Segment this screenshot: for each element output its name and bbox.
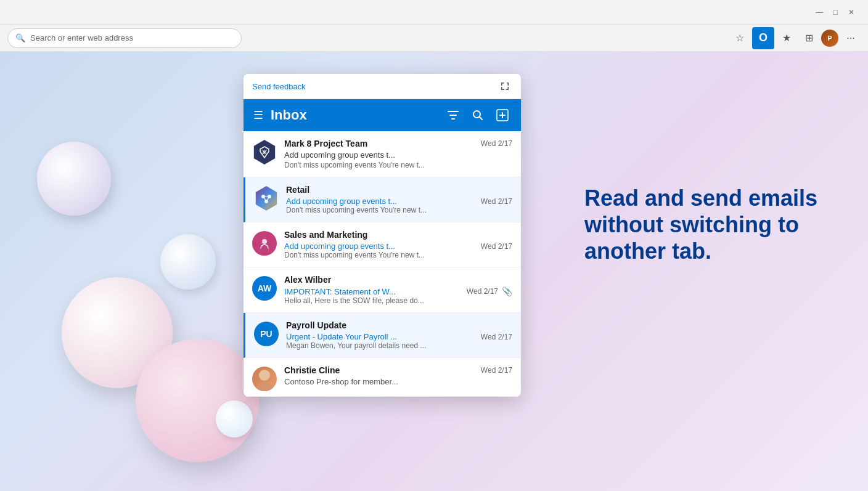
mail-preview: Don't miss upcoming events You're new t.… — [284, 161, 512, 169]
avatar: PU — [254, 322, 279, 346]
collections-icon[interactable]: ★ — [777, 28, 796, 48]
avatar: AW — [252, 276, 277, 301]
sender-name: Alex Wilber — [284, 275, 331, 285]
mail-subject: Add upcoming group events t... — [286, 197, 477, 206]
mail-subject: Add upcoming group events t... — [284, 241, 477, 251]
outlook-sidebar-panel: Send feedback ☰ Inbox — [244, 74, 521, 397]
compose-icon[interactable] — [494, 107, 511, 124]
mail-content: Sales and Marketing Add upcoming group e… — [284, 230, 512, 259]
restore-button[interactable]: □ — [831, 8, 840, 17]
more-options-icon[interactable]: ··· — [841, 28, 861, 48]
mail-content: Retail Add upcoming group events t... We… — [286, 185, 512, 214]
send-feedback-link[interactable]: Send feedback — [252, 82, 306, 91]
inbox-title: Inbox — [271, 107, 437, 123]
favorites-icon[interactable]: ☆ — [730, 28, 750, 48]
sender-name: Retail — [286, 185, 309, 195]
mail-content: Mark 8 Project Team Wed 2/17 Add upcomin… — [284, 139, 512, 169]
attachment-icon: 📎 — [502, 286, 512, 296]
mail-date: Wed 2/17 — [481, 333, 512, 341]
avatar — [252, 367, 277, 391]
mail-date: Wed 2/17 — [481, 366, 512, 375]
mail-preview: Megan Bowen, Your payroll details need .… — [286, 341, 512, 350]
mail-date: Wed 2/17 — [481, 139, 512, 148]
mail-content: Payroll Update Urgent - Update Your Payr… — [286, 320, 512, 350]
mail-item[interactable]: Retail Add upcoming group events t... We… — [244, 177, 521, 222]
mail-preview: Don't miss upcoming events You're new t.… — [286, 206, 512, 214]
sender-name: Mark 8 Project Team — [284, 139, 367, 148]
mail-date: Wed 2/17 — [481, 197, 512, 206]
avatar — [252, 231, 277, 256]
mail-subject: Contoso Pre-shop for member... — [284, 377, 512, 386]
close-button[interactable]: ✕ — [847, 8, 856, 17]
profile-avatar[interactable]: P — [821, 30, 838, 47]
mail-content: Alex Wilber IMPORTANT: Statement of W...… — [284, 275, 512, 305]
avatar — [252, 140, 277, 164]
immersive-reader-icon[interactable]: ⊞ — [799, 28, 819, 48]
outlook-tab-icon[interactable]: O — [752, 27, 774, 49]
mail-item[interactable]: AW Alex Wilber IMPORTANT: Statement of W… — [244, 267, 521, 313]
promo-heading: Read and send emails without switching t… — [584, 185, 819, 265]
search-placeholder: Search or enter web address — [30, 33, 133, 43]
avatar-initials: PU — [260, 329, 272, 339]
mail-content: Christie Cline Wed 2/17 Contoso Pre-shop… — [284, 365, 512, 388]
avatar-initials: AW — [258, 283, 272, 293]
search-icon: 🔍 — [15, 33, 25, 43]
mail-item[interactable]: Christie Cline Wed 2/17 Contoso Pre-shop… — [244, 358, 521, 397]
hamburger-menu-icon[interactable]: ☰ — [253, 108, 263, 122]
promo-text-block: Read and send emails without switching t… — [584, 185, 819, 265]
inbox-header: ☰ Inbox — [244, 99, 521, 131]
filter-icon[interactable] — [444, 107, 462, 124]
mail-subject: Urgent - Update Your Payroll ... — [286, 332, 477, 341]
mail-item[interactable]: PU Payroll Update Urgent - Update Your P… — [244, 313, 521, 358]
mail-date: Wed 2/17 — [467, 287, 498, 296]
browser-titlebar: — □ ✕ — [0, 0, 868, 25]
mail-item[interactable]: Sales and Marketing Add upcoming group e… — [244, 222, 521, 267]
browser-window: — □ ✕ 🔍 Search or enter web address ☆ O … — [0, 0, 868, 52]
avatar — [254, 186, 279, 211]
inbox-actions — [444, 107, 511, 124]
sender-name: Sales and Marketing — [284, 230, 367, 240]
svg-point-14 — [262, 239, 267, 244]
browser-toolbar: 🔍 Search or enter web address ☆ O ★ ⊞ P … — [0, 25, 868, 52]
sender-name: Christie Cline — [284, 365, 340, 375]
toolbar-icons: ☆ O ★ ⊞ P ··· — [730, 27, 861, 49]
mail-date: Wed 2/17 — [481, 242, 512, 251]
mail-preview: Hello all, Here is the SOW file, please … — [284, 296, 512, 305]
svg-point-15 — [259, 370, 270, 381]
mail-list: Mark 8 Project Team Wed 2/17 Add upcomin… — [244, 131, 521, 397]
svg-line-1 — [480, 117, 483, 120]
mail-item[interactable]: Mark 8 Project Team Wed 2/17 Add upcomin… — [244, 131, 521, 177]
expand-panel-button[interactable] — [497, 79, 512, 94]
mail-subject: Add upcoming group events t... — [284, 150, 512, 160]
panel-topbar: Send feedback — [244, 74, 521, 99]
mail-preview: Don't miss upcoming events You're new t.… — [284, 251, 512, 259]
search-icon[interactable] — [469, 107, 486, 124]
minimize-button[interactable]: — — [815, 8, 824, 17]
sender-name: Payroll Update — [286, 320, 346, 330]
mail-subject: IMPORTANT: Statement of W... — [284, 287, 463, 296]
address-bar[interactable]: 🔍 Search or enter web address — [7, 28, 242, 48]
